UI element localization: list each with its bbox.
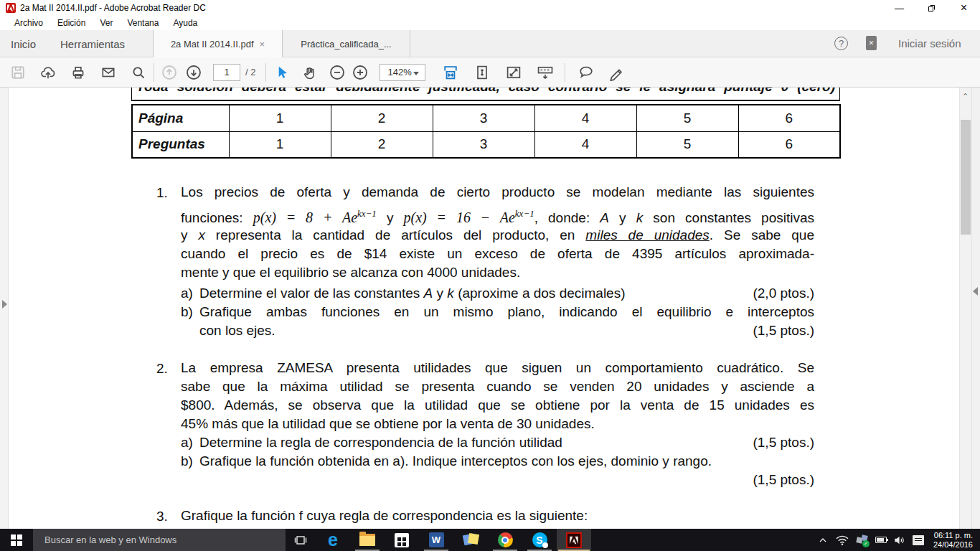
taskbar-search-input[interactable]: Buscar en la web y en Windows: [33, 529, 286, 551]
table-row-label: Página: [132, 105, 229, 131]
share-upload-button[interactable]: [39, 63, 57, 82]
hand-icon: [302, 65, 318, 80]
hand-tool-button[interactable]: [301, 63, 319, 82]
taskbar-app-skype[interactable]: S: [522, 529, 557, 551]
sign-in-button[interactable]: Iniciar sesión: [898, 37, 961, 50]
toolbar-divider: [154, 63, 154, 82]
tab-herramientas[interactable]: Herramientas: [60, 30, 125, 57]
windows-store-icon: [395, 533, 409, 547]
tray-expand-icon[interactable]: [817, 534, 829, 546]
zoom-level-select[interactable]: 142%: [380, 64, 425, 81]
scroll-up-icon[interactable]: ⌃: [962, 92, 969, 101]
search-icon: [131, 65, 146, 80]
comment-bubble-icon: [578, 64, 595, 81]
table-row: Página 1 2 3 4 5 6: [132, 105, 840, 131]
wifi-icon[interactable]: [835, 534, 849, 546]
zoom-out-button[interactable]: [328, 63, 347, 82]
minimize-button[interactable]: —: [883, 0, 915, 16]
formula-exponent: kx−1: [515, 208, 534, 219]
zoom-in-button[interactable]: [351, 63, 369, 82]
taskbar-app-word[interactable]: W: [419, 529, 453, 551]
menu-ventana[interactable]: Ventana: [120, 17, 166, 29]
close-button[interactable]: ×: [948, 0, 980, 16]
highlight-button[interactable]: [607, 63, 626, 82]
menu-bar: Archivo Edición Ver Ventana Ayuda: [0, 16, 980, 30]
taskbar-app-chrome[interactable]: [488, 529, 522, 551]
text-run: y: [181, 227, 198, 242]
taskbar-app-sticky-notes[interactable]: [453, 529, 488, 551]
menu-edicion[interactable]: Edición: [50, 17, 93, 29]
scrollbar-thumb[interactable]: [961, 120, 971, 235]
task-view-icon: [293, 533, 308, 547]
text-run: (aproxime a dos decimales): [454, 286, 626, 301]
table-cell: 3: [433, 105, 534, 131]
fit-page-button[interactable]: [473, 63, 491, 82]
skype-icon: S: [532, 532, 547, 547]
minimize-icon: —: [895, 3, 904, 14]
zoom-level-value: 142%: [387, 67, 411, 77]
question-2-line: 45% más que la utilidad que se obtiene p…: [181, 417, 814, 431]
sync-status-icon[interactable]: ✓: [856, 534, 869, 546]
question-2-line: La empresa ZAMESA presenta utilidades qu…: [181, 361, 814, 375]
question-1-item-b-cont: con los ejes. (1,5 ptos.): [181, 324, 814, 338]
item-label: b): [181, 305, 193, 319]
comment-button[interactable]: [577, 63, 595, 82]
save-button[interactable]: [9, 63, 27, 82]
mobile-device-icon[interactable]: ✕: [866, 36, 877, 50]
tab-herramientas-label: Herramientas: [60, 38, 125, 50]
tab-document-label: 2a Mat II 2014.II.pdf: [171, 39, 254, 50]
variable-k: k: [636, 210, 644, 225]
help-button[interactable]: ?: [834, 37, 848, 50]
tab-close-icon[interactable]: ×: [260, 39, 265, 50]
edge-icon: e: [328, 531, 338, 549]
task-view-button[interactable]: [286, 529, 316, 551]
start-button[interactable]: [0, 529, 33, 551]
menu-ver[interactable]: Ver: [93, 17, 120, 29]
table-cell: 6: [738, 131, 840, 158]
text-run: representa la cantidad de artículos del …: [205, 227, 585, 242]
tab-document-2[interactable]: Práctica_calificada_...: [283, 30, 410, 57]
pencil-icon: [608, 64, 625, 81]
print-button[interactable]: [69, 63, 88, 82]
variable-A: A: [424, 286, 433, 301]
page-up-icon: [161, 64, 178, 81]
page-down-icon: [185, 64, 202, 81]
navigation-pane-toggle-icon[interactable]: [2, 300, 7, 309]
pages-questions-table: Página 1 2 3 4 5 6 Preguntas 1 2 3 4 5 6: [131, 104, 841, 159]
zoom-out-icon: [329, 64, 346, 81]
tools-pane-toggle-icon[interactable]: [973, 287, 978, 296]
volume-icon[interactable]: [893, 534, 906, 546]
table-cell: 4: [534, 105, 636, 131]
menu-archivo[interactable]: Archivo: [7, 17, 50, 29]
battery-icon[interactable]: [875, 537, 887, 543]
text-run: y: [609, 210, 636, 225]
taskbar-clock[interactable]: 06:11 p. m. 24/04/2016: [933, 531, 973, 550]
question-1-line: Los precios de oferta y demanda de ciert…: [181, 185, 814, 199]
taskbar-app-explorer[interactable]: [350, 529, 385, 551]
help-icon: ?: [839, 38, 844, 49]
table-cell: 5: [636, 105, 738, 131]
taskbar-app-edge[interactable]: e: [316, 529, 350, 551]
fit-width-button[interactable]: [441, 63, 460, 82]
table-cell: 1: [229, 131, 331, 158]
text-run: Determine el valor de las constantes: [199, 286, 424, 301]
fullscreen-button[interactable]: [504, 63, 523, 82]
restore-button[interactable]: [915, 0, 948, 16]
taskbar-app-acrobat[interactable]: [557, 529, 591, 551]
fullscreen-icon: [505, 64, 522, 81]
page-number-input[interactable]: 1: [213, 64, 240, 81]
tab-document-active[interactable]: 2a Mat II 2014.II.pdf ×: [153, 30, 283, 57]
justification-note-clipped: Toda solución deberá estar debidamente j…: [131, 88, 840, 101]
next-page-button[interactable]: [184, 63, 203, 82]
taskbar-app-store[interactable]: [385, 529, 419, 551]
previous-page-button[interactable]: [160, 63, 179, 82]
presentation-button[interactable]: [536, 63, 555, 82]
select-tool-button[interactable]: [272, 63, 291, 82]
menu-ayuda[interactable]: Ayuda: [166, 17, 204, 29]
question-3-line: Grafique la función f cuya regla de corr…: [181, 509, 814, 523]
search-button[interactable]: [129, 63, 148, 82]
action-center-icon[interactable]: [913, 535, 924, 545]
vertical-scrollbar[interactable]: ⌃: [959, 88, 971, 529]
tab-inicio[interactable]: Inicio: [11, 30, 36, 57]
email-button[interactable]: [99, 63, 118, 82]
